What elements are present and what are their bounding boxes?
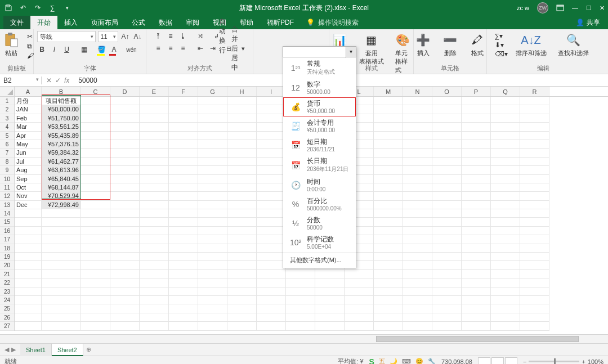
- cell-H19[interactable]: [227, 253, 257, 261]
- cell-M20[interactable]: [374, 261, 403, 269]
- cell-O6[interactable]: [432, 140, 462, 149]
- cell-D3[interactable]: [110, 114, 140, 123]
- cell-P21[interactable]: [462, 270, 491, 278]
- insert-cells-button[interactable]: ➕插入: [412, 31, 435, 59]
- cell-G22[interactable]: [198, 278, 227, 287]
- sheet-nav-next-icon[interactable]: ▶: [11, 346, 16, 353]
- cell-E14[interactable]: [140, 209, 169, 218]
- cell-P17[interactable]: [462, 235, 491, 244]
- cell-J23[interactable]: [286, 287, 315, 296]
- cell-M24[interactable]: [374, 296, 403, 304]
- cell-B24[interactable]: [42, 296, 81, 304]
- cell-D10[interactable]: [110, 175, 140, 183]
- cell-R14[interactable]: [520, 209, 549, 218]
- cell-H3[interactable]: [227, 114, 257, 123]
- cell-E5[interactable]: [140, 132, 169, 140]
- row-header-2[interactable]: 2: [0, 105, 14, 114]
- cell-N8[interactable]: [403, 158, 432, 166]
- cell-E13[interactable]: [140, 201, 169, 209]
- cell-P6[interactable]: [462, 140, 491, 149]
- cell-N16[interactable]: [403, 227, 432, 235]
- cell-E21[interactable]: [140, 270, 169, 278]
- cell-K23[interactable]: [315, 287, 345, 296]
- row-header-11[interactable]: 11: [0, 183, 14, 192]
- cell-C8[interactable]: [81, 158, 110, 166]
- avatar[interactable]: ZW: [537, 2, 548, 14]
- cell-N7[interactable]: [403, 149, 432, 157]
- cell-E10[interactable]: [140, 175, 169, 183]
- cell-G2[interactable]: [198, 105, 227, 114]
- cell-C10[interactable]: [81, 175, 110, 183]
- cell-O18[interactable]: [432, 244, 462, 253]
- cell-C25[interactable]: [81, 304, 110, 313]
- cell-Q4[interactable]: [491, 123, 520, 131]
- cell-E18[interactable]: [140, 244, 169, 253]
- cell-Q14[interactable]: [491, 209, 520, 218]
- redo-icon[interactable]: ↷: [33, 3, 43, 13]
- cell-L25[interactable]: [345, 304, 374, 313]
- cell-L27[interactable]: [345, 322, 374, 330]
- cell-B27[interactable]: [42, 322, 81, 330]
- cell-R2[interactable]: [520, 105, 549, 114]
- cell-A9[interactable]: Aug: [15, 166, 42, 174]
- cell-O17[interactable]: [432, 235, 462, 244]
- cell-A5[interactable]: Apr: [15, 132, 42, 140]
- cell-H12[interactable]: [227, 192, 257, 200]
- cell-C11[interactable]: [81, 183, 110, 192]
- row-header-15[interactable]: 15: [0, 218, 14, 226]
- cell-O7[interactable]: [432, 149, 462, 157]
- cell-K26[interactable]: [315, 313, 345, 322]
- cell-B15[interactable]: [42, 218, 81, 226]
- font-name-select[interactable]: 等线: [37, 31, 96, 42]
- phonetic-icon[interactable]: wén: [127, 44, 137, 55]
- maximize-icon[interactable]: ☐: [586, 5, 592, 12]
- cell-A25[interactable]: [15, 304, 42, 313]
- cell-E23[interactable]: [140, 287, 169, 296]
- cell-N25[interactable]: [403, 304, 432, 313]
- row-header-9[interactable]: 9: [0, 166, 14, 174]
- cell-C22[interactable]: [81, 278, 110, 287]
- cell-E11[interactable]: [140, 183, 169, 192]
- cell-Q1[interactable]: [491, 97, 520, 105]
- cell-H5[interactable]: [227, 132, 257, 140]
- fill-icon[interactable]: ⬇▾: [495, 41, 508, 49]
- cell-R7[interactable]: [520, 149, 549, 157]
- sort-filter-button[interactable]: A↓Z排序和筛选: [512, 31, 550, 59]
- italic-button[interactable]: I: [50, 44, 60, 55]
- col-header-A[interactable]: A: [15, 87, 42, 96]
- cell-E4[interactable]: [140, 123, 169, 131]
- cell-J25[interactable]: [286, 304, 315, 313]
- cell-H20[interactable]: [227, 261, 257, 269]
- cell-A23[interactable]: [15, 287, 42, 296]
- user-name[interactable]: zc w: [517, 5, 529, 11]
- cell-F15[interactable]: [169, 218, 198, 226]
- cell-L24[interactable]: [345, 296, 374, 304]
- cell-R22[interactable]: [520, 278, 549, 287]
- cell-F1[interactable]: [169, 97, 198, 105]
- cell-A15[interactable]: [15, 218, 42, 226]
- wrap-text-button[interactable]: ↲ 自动换行: [213, 31, 230, 41]
- cell-E6[interactable]: [140, 140, 169, 149]
- cell-B10[interactable]: ¥65,840.45: [42, 175, 81, 183]
- cell-R9[interactable]: [520, 166, 549, 174]
- cell-B2[interactable]: ¥50,000.00: [42, 105, 81, 114]
- cell-A4[interactable]: Mar: [15, 123, 42, 131]
- undo-icon[interactable]: ↶: [18, 3, 28, 13]
- cell-N17[interactable]: [403, 235, 432, 244]
- cell-F2[interactable]: [169, 105, 198, 114]
- cell-M16[interactable]: [374, 227, 403, 235]
- cell-D16[interactable]: [110, 227, 140, 235]
- cell-C27[interactable]: [81, 322, 110, 330]
- cell-C6[interactable]: [81, 140, 110, 149]
- cell-I1[interactable]: [257, 97, 286, 105]
- border-icon[interactable]: ▦: [79, 44, 90, 55]
- cell-H24[interactable]: [227, 296, 257, 304]
- cell-O12[interactable]: [432, 192, 462, 200]
- add-sheet-button[interactable]: ⊕: [83, 346, 95, 353]
- cell-B7[interactable]: ¥59,384.32: [42, 149, 81, 157]
- tab-file[interactable]: 文件: [3, 16, 30, 29]
- cell-D19[interactable]: [110, 253, 140, 261]
- col-header-B[interactable]: B: [42, 87, 81, 96]
- cell-A21[interactable]: [15, 270, 42, 278]
- cell-D11[interactable]: [110, 183, 140, 192]
